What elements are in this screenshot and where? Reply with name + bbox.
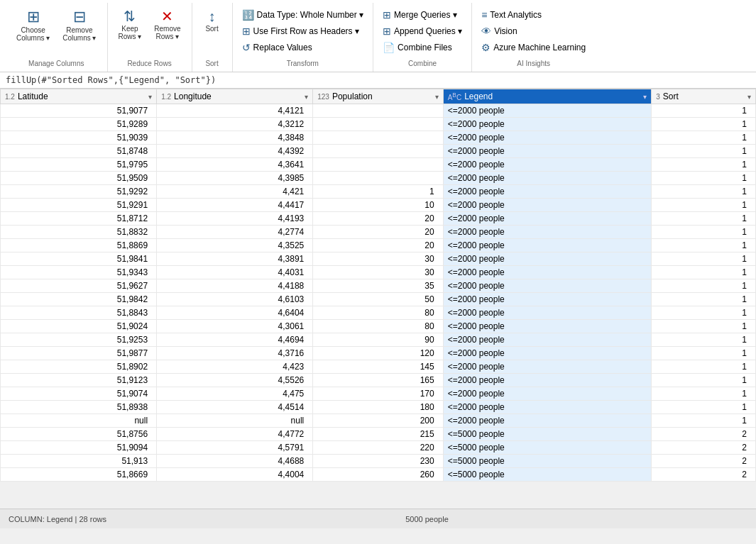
table-cell: <=2000 people [443,226,652,239]
table-cell: 4,423 [157,360,313,374]
table-cell: <=2000 people [443,279,652,293]
table-cell: 1 [652,401,756,414]
table-cell: <=2000 people [443,387,652,401]
remove-columns-button[interactable]: ⊟ Remove Columns ▾ [57,6,101,45]
data-grid-wrapper[interactable]: 1.2 Latitude ▾ 1.2 Longitude ▾ 123 P [0,89,756,509]
ribbon-group-sort: ↕ Sort Sort [192,3,233,72]
table-cell: 51,8869 [1,239,157,252]
table-cell: 30 [313,266,443,279]
table-cell: 1 [652,104,756,118]
table-cell: 1 [652,374,756,387]
combine-label: Combine [408,60,437,69]
table-cell: 51,8756 [1,428,157,441]
col-header-population[interactable]: 123 Population ▾ [313,89,443,104]
data-type-button[interactable]: 🔢 Data Type: Whole Number ▾ [239,7,368,23]
table-cell: 4,5791 [157,441,313,455]
combine-files-button[interactable]: 📄 Combine Files [379,40,466,55]
table-row: 51,88694,352520<=2000 people1 [1,239,756,252]
ribbon-group-combine: ⊞ Merge Queries ▾ ⊞ Append Queries ▾ 📄 C… [373,3,472,72]
table-cell: 1 [652,360,756,374]
table-row: 51,95094,3985<=2000 people1 [1,172,756,185]
merge-queries-button[interactable]: ⊞ Merge Queries ▾ [379,7,466,23]
table-row: 51,91234,5526165<=2000 people1 [1,374,756,387]
table-cell: 4,6404 [157,306,313,320]
remove-rows-button[interactable]: ✕ Remove Rows ▾ [149,6,185,44]
table-cell: 2 [652,455,756,468]
table-cell: 4,3212 [157,118,313,131]
text-analytics-icon: ≡ [481,9,487,21]
table-row: 51,97954,3641<=2000 people1 [1,158,756,172]
keep-rows-button[interactable]: ⇅ Keep Rows ▾ [114,6,147,44]
table-cell: <=2000 people [443,347,652,360]
table-cell: 51,9877 [1,347,157,360]
table-cell: 4,3061 [157,320,313,333]
append-queries-icon: ⊞ [383,26,391,37]
table-cell: 260 [313,468,443,482]
table-cell: <=5000 people [443,441,652,455]
ribbon-group-ai-insights: ≡ Text Analytics 👁 Vision ⚙ Azure Machin… [472,3,595,72]
table-cell: <=2000 people [443,131,652,145]
append-queries-button[interactable]: ⊞ Append Queries ▾ [379,23,466,39]
table-cell: 120 [313,347,443,360]
table-cell: 4,3985 [157,172,313,185]
table-cell: 51,9024 [1,320,157,333]
table-cell: <=2000 people [443,293,652,306]
remove-rows-icon: ✕ [161,9,173,23]
table-cell: 165 [313,374,443,387]
table-cell: 4,4772 [157,428,313,441]
remove-columns-icon: ⊟ [73,9,86,25]
table-cell: 51,8748 [1,145,157,158]
table-row: 51,98424,610350<=2000 people1 [1,293,756,306]
col-header-latitude[interactable]: 1.2 Latitude ▾ [1,89,157,104]
table-cell: 80 [313,320,443,333]
table-cell: 220 [313,441,443,455]
use-first-row-icon: ⊞ [242,26,251,37]
table-cell: <=2000 people [443,118,652,131]
vision-button[interactable]: 👁 Vision [478,23,589,39]
col-header-legend[interactable]: ABC Legend ▾ [443,89,652,104]
table-row: 51,92534,469490<=2000 people1 [1,333,756,347]
use-first-row-button[interactable]: ⊞ Use First Row as Headers ▾ [239,23,368,39]
choose-columns-button[interactable]: ⊞ Choose Columns ▾ [11,6,55,45]
table-cell: 51,9509 [1,172,157,185]
table-cell: <=2000 people [443,252,652,266]
table-cell: 4,4004 [157,468,313,482]
table-cell: <=2000 people [443,158,652,172]
ribbon-group-reduce-rows: ⇅ Keep Rows ▾ ✕ Remove Rows ▾ Reduce Row… [108,3,192,72]
table-cell: 51,9077 [1,104,157,118]
table-cell: <=5000 people [443,468,652,482]
table-cell: 1 [652,131,756,145]
table-cell: 4,4417 [157,199,313,212]
table-cell: 1 [652,252,756,266]
table-cell: 51,8843 [1,306,157,320]
table-cell: <=2000 people [443,172,652,185]
table-cell: 50 [313,293,443,306]
col-header-sort[interactable]: 3 Sort ▾ [652,89,756,104]
table-cell: 4,3641 [157,158,313,172]
table-cell: 145 [313,360,443,374]
table-cell: null [1,414,157,428]
table-cell: 51,8669 [1,468,157,482]
table-cell: 51,8832 [1,226,157,239]
table-cell: 4,4392 [157,145,313,158]
table-row: 51,90394,3848<=2000 people1 [1,131,756,145]
choose-columns-icon: ⊞ [27,9,40,25]
table-cell: <=2000 people [443,199,652,212]
table-cell: <=2000 people [443,145,652,158]
data-type-icon: 🔢 [242,9,254,21]
status-center: 5000 people [405,515,449,523]
text-analytics-button[interactable]: ≡ Text Analytics [478,7,589,23]
col-header-longitude[interactable]: 1.2 Longitude ▾ [157,89,313,104]
sort-button[interactable]: ↕ Sort [198,6,226,36]
table-cell: 2 [652,468,756,482]
table-cell: 180 [313,401,443,414]
table-row: 51,90744,475170<=2000 people1 [1,387,756,401]
azure-ml-button[interactable]: ⚙ Azure Machine Learning [478,40,589,55]
table-cell: null [157,414,313,428]
table-cell: 51,9343 [1,266,157,279]
sort-label: Sort [205,60,218,69]
table-cell: 1 [652,306,756,320]
replace-values-button[interactable]: ↺ Replace Values [239,40,368,55]
ai-insights-label: AI Insights [517,60,550,69]
keep-rows-icon: ⇅ [124,9,136,23]
